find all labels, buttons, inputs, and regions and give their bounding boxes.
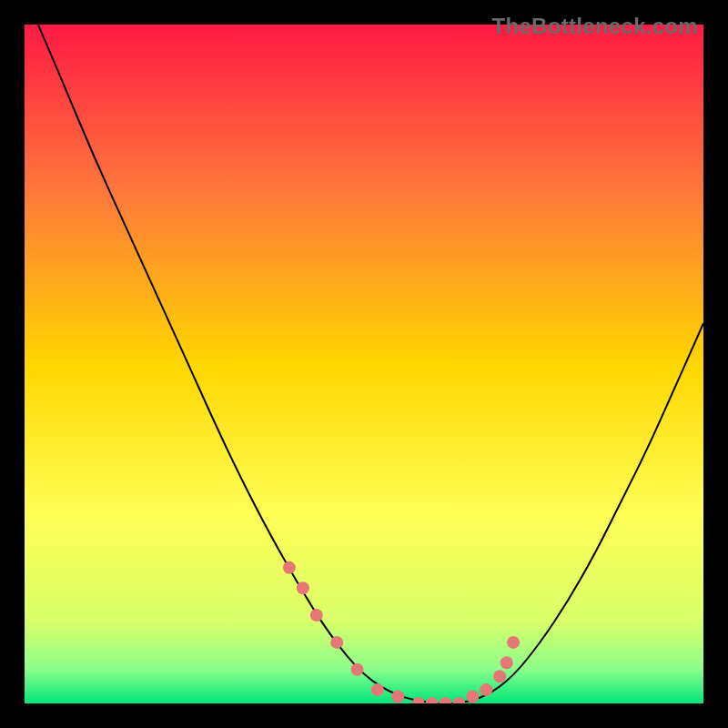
highlight-dot <box>297 581 309 594</box>
highlight-dot <box>507 636 520 649</box>
chart-frame: TheBottleneck.com <box>14 14 714 714</box>
highlight-dot <box>466 691 479 703</box>
highlight-dot <box>493 670 506 682</box>
bottleneck-chart <box>25 25 703 703</box>
highlight-dot <box>480 683 492 696</box>
plot-area <box>25 25 703 703</box>
gradient-background <box>25 25 703 703</box>
highlight-dot <box>351 663 364 676</box>
highlight-dot <box>283 561 296 574</box>
highlight-dot <box>500 656 513 669</box>
highlight-dot <box>391 691 404 703</box>
highlight-dot <box>371 683 384 696</box>
highlight-dot <box>310 609 323 622</box>
highlight-dot <box>330 636 343 649</box>
watermark-text: TheBottleneck.com <box>492 14 698 39</box>
